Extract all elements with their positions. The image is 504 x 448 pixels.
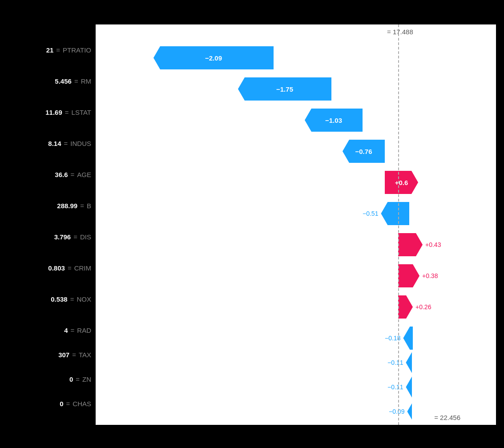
row-label-crim: 0.803=CRIM bbox=[48, 264, 91, 272]
row-eq-age: = bbox=[71, 171, 75, 178]
row-eq-crim: = bbox=[68, 264, 72, 272]
row-label-rm: 5.456=RM bbox=[55, 77, 91, 85]
row-name-age: AGE bbox=[77, 171, 91, 178]
row-label-nox: 0.538=NOX bbox=[51, 295, 91, 303]
row-name-rm: RM bbox=[81, 77, 91, 85]
row-eq-ptratio: = bbox=[56, 46, 60, 54]
row-value-rm: 5.456 bbox=[55, 77, 72, 85]
row-label-ptratio: 21=PTRATIO bbox=[46, 46, 91, 54]
bottom-value-label: = 22.456 bbox=[434, 414, 460, 421]
bar-b: −0.51 bbox=[363, 202, 409, 225]
top-value-label: = 17.488 bbox=[387, 28, 413, 36]
row-name-ptratio: PTRATIO bbox=[63, 46, 91, 54]
row-name-lstat: LSTAT bbox=[72, 109, 91, 116]
bar-label-dis: +0.43 bbox=[425, 241, 441, 248]
row-name-nox: NOX bbox=[77, 295, 91, 303]
row-label-lstat: 11.69=LSTAT bbox=[45, 109, 91, 116]
bar-rm: −1.75 bbox=[238, 77, 331, 101]
row-name-chas: CHAS bbox=[73, 400, 91, 408]
row-eq-rad: = bbox=[71, 327, 75, 334]
row-label-tax: 307=TAX bbox=[58, 351, 91, 359]
row-eq-nox: = bbox=[70, 295, 74, 303]
bar-crim: +0.38 bbox=[398, 264, 438, 287]
row-name-rad: RAD bbox=[77, 327, 91, 334]
row-eq-tax: = bbox=[72, 351, 76, 359]
row-label-zn: 0=ZN bbox=[69, 375, 91, 383]
bar-ptratio: −2.09 bbox=[153, 46, 274, 69]
row-name-tax: TAX bbox=[79, 351, 91, 359]
bar-label-tax: −0.11 bbox=[387, 359, 403, 366]
bar-label-b: −0.51 bbox=[363, 210, 378, 217]
row-label-indus: 8.14=INDUS bbox=[48, 140, 91, 147]
bar-label-nox: +0.26 bbox=[415, 303, 431, 311]
row-eq-b: = bbox=[80, 202, 84, 210]
row-eq-dis: = bbox=[73, 233, 77, 241]
row-value-tax: 307 bbox=[58, 351, 69, 359]
row-label-b: 288.99=B bbox=[57, 202, 91, 210]
bar-indus: −0.76 bbox=[343, 140, 385, 163]
row-eq-indus: = bbox=[64, 140, 68, 147]
row-eq-rm: = bbox=[74, 77, 78, 85]
bar-lstat: −1.03 bbox=[305, 109, 363, 132]
row-value-zn: 0 bbox=[69, 375, 73, 383]
row-name-dis: DIS bbox=[80, 233, 91, 241]
bar-nox: +0.26 bbox=[398, 295, 431, 319]
row-name-zn: ZN bbox=[82, 375, 91, 383]
row-eq-chas: = bbox=[66, 400, 70, 408]
row-value-nox: 0.538 bbox=[51, 295, 68, 303]
row-name-crim: CRIM bbox=[74, 264, 91, 272]
row-value-rad: 4 bbox=[64, 327, 68, 334]
bar-tax: −0.11 bbox=[387, 351, 412, 374]
bar-dis: +0.43 bbox=[398, 233, 441, 256]
reference-line bbox=[398, 24, 399, 425]
bar-zn: −0.11 bbox=[387, 375, 412, 399]
bar-chas: −0.09 bbox=[389, 400, 412, 423]
row-label-dis: 3.796=DIS bbox=[54, 233, 91, 241]
bar-label-chas: −0.09 bbox=[389, 408, 404, 415]
row-label-chas: 0=CHAS bbox=[60, 400, 91, 408]
row-value-ptratio: 21 bbox=[46, 46, 54, 54]
row-value-b: 288.99 bbox=[57, 202, 77, 210]
bar-label-crim: +0.38 bbox=[422, 272, 438, 279]
row-value-chas: 0 bbox=[60, 400, 63, 408]
row-value-lstat: 11.69 bbox=[45, 109, 62, 116]
bar-label-zn: −0.11 bbox=[387, 383, 403, 391]
row-label-age: 36.6=AGE bbox=[55, 171, 91, 178]
row-name-indus: INDUS bbox=[70, 140, 91, 147]
row-name-b: B bbox=[87, 202, 91, 210]
row-eq-lstat: = bbox=[65, 109, 69, 116]
row-eq-zn: = bbox=[76, 375, 80, 383]
row-value-indus: 8.14 bbox=[48, 140, 61, 147]
bar-age: +0.6 bbox=[385, 171, 418, 194]
row-value-crim: 0.803 bbox=[48, 264, 65, 272]
row-value-dis: 3.796 bbox=[54, 233, 71, 241]
row-label-rad: 4=RAD bbox=[64, 327, 91, 334]
row-value-age: 36.6 bbox=[55, 171, 68, 178]
